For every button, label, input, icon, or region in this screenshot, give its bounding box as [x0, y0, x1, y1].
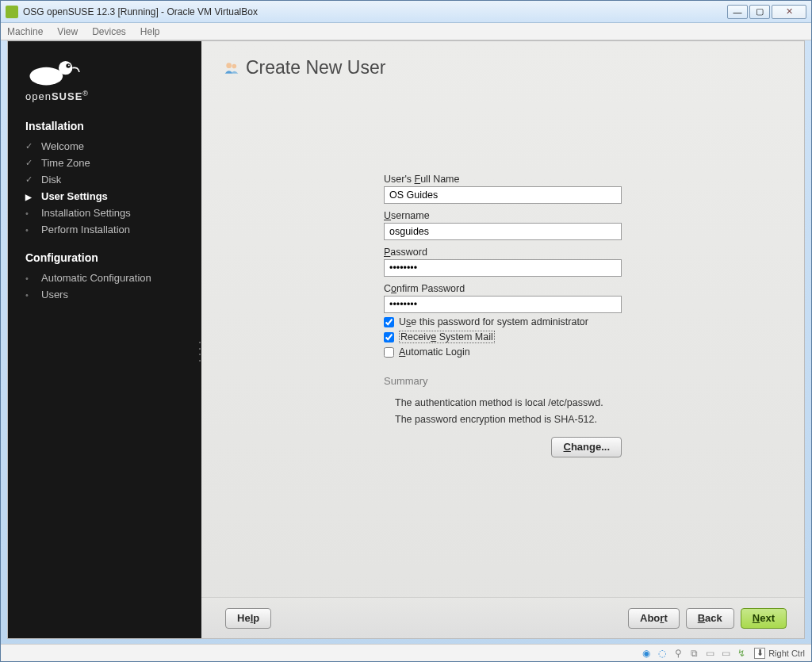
- password-label: Password: [384, 247, 622, 258]
- window-maximize-button[interactable]: ▢: [749, 5, 770, 19]
- menu-view[interactable]: View: [57, 26, 78, 37]
- password-input[interactable]: [384, 259, 622, 277]
- checkbox-autologin-label: Automatic Login: [399, 346, 470, 358]
- virtualbox-window: OSG openSUSE 12.3 [Running] - Oracle VM …: [0, 0, 812, 662]
- hostkey-indicator[interactable]: ⬇ Right Ctrl: [754, 648, 805, 659]
- section-heading-installation: Installation: [25, 120, 187, 132]
- sidebar-item-users[interactable]: Users: [25, 289, 187, 300]
- installer-sidebar: openSUSE® Installation Welcome Time Zone…: [8, 41, 201, 638]
- status-cd-icon[interactable]: ◌: [656, 648, 668, 659]
- sidebar-item-installation-settings[interactable]: Installation Settings: [25, 207, 187, 219]
- page-title: Create New User: [246, 57, 385, 78]
- checkbox-sysmail[interactable]: [384, 332, 394, 342]
- checkbox-sysmail-label: Receive System Mail: [399, 331, 495, 343]
- vbox-menubar: Machine View Devices Help: [1, 23, 811, 40]
- opensuse-logo: openSUSE®: [25, 55, 187, 102]
- svg-point-3: [68, 64, 70, 66]
- status-hdd-icon[interactable]: ◉: [640, 648, 653, 659]
- config-steps-list: Automatic Configuration Users: [25, 272, 187, 300]
- status-display-icon[interactable]: ▭: [719, 648, 732, 659]
- virtualbox-app-icon: [6, 6, 18, 18]
- users-icon: [224, 61, 239, 75]
- checkbox-row-sysmail[interactable]: Receive System Mail: [384, 331, 622, 343]
- section-heading-configuration: Configuration: [25, 251, 187, 264]
- svg-point-2: [66, 63, 71, 68]
- summary-line-encryption: The password encryption method is SHA-51…: [395, 411, 622, 428]
- fullname-input[interactable]: [384, 186, 622, 204]
- install-steps-list: Welcome Time Zone Disk User Settings Ins…: [25, 140, 187, 235]
- fullname-label: User's Full Name: [384, 174, 622, 185]
- next-button[interactable]: Next: [741, 608, 787, 629]
- sidebar-item-disk[interactable]: Disk: [25, 174, 187, 186]
- checkbox-sysadmin-label: Use this password for system administrat…: [399, 316, 588, 327]
- hostkey-arrow-icon: ⬇: [754, 648, 765, 659]
- abort-button[interactable]: Abort: [628, 608, 680, 629]
- menu-help[interactable]: Help: [140, 26, 160, 37]
- username-label: Username: [384, 210, 622, 221]
- brand-text: openSUSE®: [25, 90, 187, 102]
- svg-point-0: [29, 67, 63, 86]
- checkbox-autologin[interactable]: [384, 347, 394, 358]
- menu-machine[interactable]: Machine: [7, 26, 43, 37]
- summary-body: The authentication method is local /etc/…: [384, 395, 622, 429]
- create-user-form: User's Full Name Username Password Confi…: [384, 174, 622, 457]
- svg-point-5: [232, 63, 237, 68]
- confirm-password-input[interactable]: [384, 296, 622, 313]
- wizard-button-bar: Help Abort Back Next: [201, 597, 804, 638]
- checkbox-row-sysadmin[interactable]: Use this password for system administrat…: [384, 316, 622, 327]
- hostkey-label: Right Ctrl: [768, 649, 805, 658]
- gecko-icon: [25, 55, 81, 87]
- sidebar-item-perform-installation[interactable]: Perform Installation: [25, 224, 187, 235]
- username-input[interactable]: [384, 223, 622, 240]
- status-usb-icon[interactable]: ⚲: [672, 648, 684, 659]
- status-mouse-integration-icon[interactable]: ↯: [735, 648, 748, 659]
- installer-content: Create New User User's Full Name Usernam…: [201, 41, 804, 638]
- window-titlebar[interactable]: OSG openSUSE 12.3 [Running] - Oracle VM …: [1, 1, 811, 23]
- sidebar-item-welcome[interactable]: Welcome: [25, 140, 187, 152]
- vbox-statusbar: ◉ ◌ ⚲ ⧉ ▭ ▭ ↯ ⬇ Right Ctrl: [1, 644, 811, 661]
- confirm-password-label: Confirm Password: [384, 283, 622, 294]
- status-shared-folders-icon[interactable]: ▭: [703, 648, 716, 659]
- svg-point-4: [226, 63, 232, 68]
- help-button[interactable]: Help: [225, 608, 271, 629]
- window-title: OSG openSUSE 12.3 [Running] - Oracle VM …: [23, 6, 726, 17]
- status-network-icon[interactable]: ⧉: [688, 648, 700, 659]
- summary-heading: Summary: [384, 375, 622, 387]
- summary-line-auth: The authentication method is local /etc/…: [395, 395, 622, 411]
- window-minimize-button[interactable]: —: [727, 5, 748, 19]
- back-button[interactable]: Back: [686, 608, 734, 629]
- checkbox-row-autologin[interactable]: Automatic Login: [384, 346, 622, 358]
- sidebar-item-auto-config[interactable]: Automatic Configuration: [25, 272, 187, 284]
- change-button[interactable]: Change...: [551, 437, 622, 457]
- checkbox-sysadmin[interactable]: [384, 317, 394, 327]
- svg-point-1: [59, 61, 72, 75]
- window-close-button[interactable]: ✕: [772, 5, 806, 19]
- sidebar-item-timezone[interactable]: Time Zone: [25, 157, 187, 169]
- menu-devices[interactable]: Devices: [92, 26, 126, 37]
- sidebar-item-user-settings[interactable]: User Settings: [25, 190, 187, 202]
- guest-display: openSUSE® Installation Welcome Time Zone…: [7, 40, 805, 639]
